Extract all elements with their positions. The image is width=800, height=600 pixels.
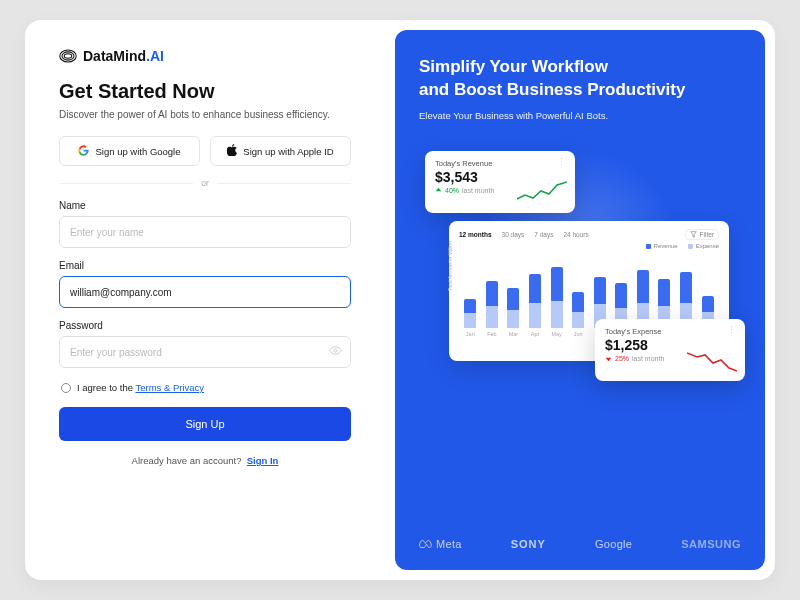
filter-button[interactable]: Filter (685, 229, 719, 240)
revenue-card: ⋮ Today's Revenue $3,543 40%last month (425, 151, 575, 213)
hero-subtitle: Elevate Your Business with Powerful AI B… (419, 110, 741, 121)
chart-legend: Revenue Expense (459, 243, 719, 249)
consent-row: I agree to the Terms & Privacy (61, 382, 351, 393)
signin-row: Already have an account? Sign In (59, 455, 351, 466)
bar-col: Apr (526, 274, 545, 337)
more-icon: ⋮ (557, 157, 567, 167)
brand-meta: Meta (419, 538, 462, 550)
expense-card: ⋮ Today's Expense $1,258 25%last month (595, 319, 745, 381)
signup-button[interactable]: Sign Up (59, 407, 351, 441)
google-signup-button[interactable]: Sign up with Google (59, 136, 200, 166)
tab-7days[interactable]: 7 days (534, 231, 553, 238)
google-icon (78, 145, 89, 158)
filter-icon (690, 231, 697, 238)
tab-24hours[interactable]: 24 hours (563, 231, 588, 238)
brand-sony: SONY (511, 538, 546, 550)
brand-samsung: SAMSUNG (681, 538, 741, 550)
chart-tabs: 12 months 30 days 7 days 24 hours Filter (459, 229, 719, 240)
bar-col: Feb (483, 281, 502, 337)
terms-link[interactable]: Terms & Privacy (135, 382, 204, 393)
hero-panel: Simplify Your Workflow and Boost Busines… (395, 30, 765, 570)
social-signup-row: Sign up with Google Sign up with Apple I… (59, 136, 351, 166)
name-field: Name (59, 200, 351, 248)
brand-name: DataMind.AI (83, 48, 164, 64)
bar-col: Jun (569, 292, 588, 337)
y-axis-title: Total Amount in Million (447, 241, 453, 291)
x-label: Mar (509, 331, 518, 337)
apple-icon (227, 144, 237, 158)
name-label: Name (59, 200, 351, 211)
brand-logo: DataMind.AI (59, 48, 351, 64)
email-label: Email (59, 260, 351, 271)
page-title: Get Started Now (59, 80, 351, 103)
page-subtitle: Discover the power of AI bots to enhance… (59, 109, 351, 120)
password-label: Password (59, 320, 351, 331)
illustration: ⋮ Today's Revenue $3,543 40%last month 1… (419, 131, 741, 532)
brand-logos: Meta SONY Google SAMSUNG (419, 538, 741, 550)
x-label: May (551, 331, 561, 337)
consent-text: I agree to the Terms & Privacy (77, 382, 204, 393)
apple-signup-button[interactable]: Sign up with Apple ID (210, 136, 351, 166)
eye-icon[interactable] (329, 343, 342, 361)
apple-signup-label: Sign up with Apple ID (243, 146, 333, 157)
email-input[interactable] (70, 287, 340, 298)
expense-label: Today's Expense (605, 327, 735, 336)
signup-frame: DataMind.AI Get Started Now Discover the… (25, 20, 775, 580)
x-label: Feb (487, 331, 496, 337)
revenue-label: Today's Revenue (435, 159, 565, 168)
divider: or (59, 178, 351, 188)
google-signup-label: Sign up with Google (95, 146, 180, 157)
email-field: Email (59, 260, 351, 308)
more-icon: ⋮ (727, 325, 737, 335)
svg-point-2 (64, 54, 72, 59)
signin-link[interactable]: Sign In (247, 455, 279, 466)
name-input[interactable] (70, 227, 340, 238)
divider-or: or (201, 178, 209, 188)
hero-title: Simplify Your Workflow and Boost Busines… (419, 56, 741, 102)
bar-col: Mar (504, 288, 523, 337)
expense-sparkline-icon (687, 349, 737, 373)
brand-google: Google (595, 538, 632, 550)
password-field: Password (59, 320, 351, 368)
x-label: Jun (574, 331, 583, 337)
password-input[interactable] (70, 347, 340, 358)
tab-12months[interactable]: 12 months (459, 231, 492, 238)
revenue-sparkline-icon (517, 181, 567, 205)
consent-checkbox[interactable] (61, 383, 71, 393)
bar-col: Jan (461, 299, 480, 337)
x-label: Jan (466, 331, 475, 337)
meta-icon (419, 539, 433, 549)
x-label: Apr (531, 331, 540, 337)
form-panel: DataMind.AI Get Started Now Discover the… (25, 20, 385, 580)
svg-point-3 (334, 349, 337, 352)
bar-col: May (547, 267, 566, 337)
tab-30days[interactable]: 30 days (502, 231, 525, 238)
brand-mark-icon (59, 49, 77, 63)
